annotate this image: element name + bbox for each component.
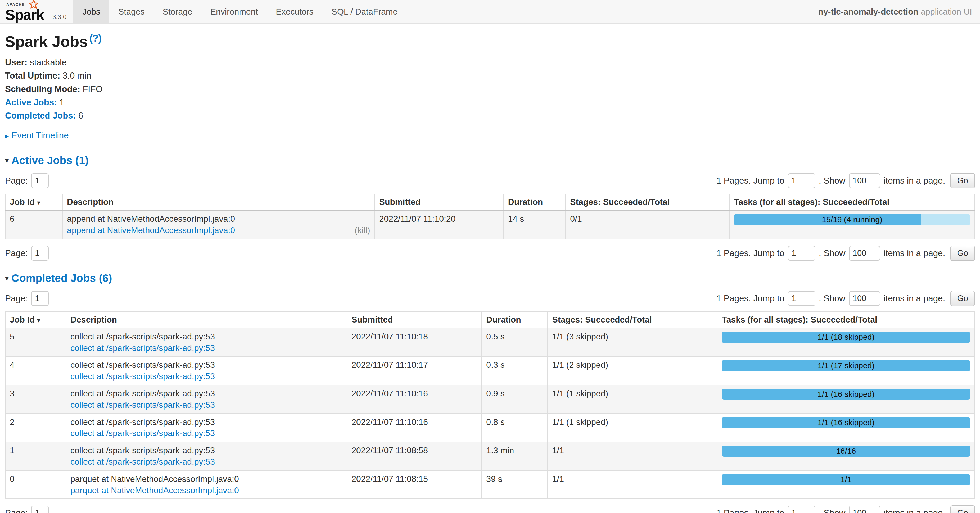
jump-to-page-input[interactable]	[788, 246, 815, 260]
go-button[interactable]: Go	[950, 246, 975, 261]
job-duration-cell: 1.3 min	[482, 442, 547, 470]
job-stages-cell: 1/1	[547, 470, 717, 499]
col-header-description[interactable]: Description	[62, 194, 374, 210]
job-description-link[interactable]: parquet at NativeMethodAccessorImpl.java…	[70, 486, 239, 495]
pages-jump-text: 1 Pages. Jump to	[716, 294, 784, 303]
jump-to-page-input[interactable]	[788, 506, 815, 513]
summary-active-jobs-link[interactable]: Active Jobs:	[5, 97, 57, 107]
job-duration-cell: 39 s	[482, 470, 547, 499]
job-description-text: append at NativeMethodAccessorImpl.java:…	[67, 214, 370, 224]
show-text: . Show	[819, 508, 846, 513]
col-header-label: Job Id	[10, 315, 35, 324]
show-text: . Show	[819, 176, 846, 186]
job-description-text: collect at /spark-scripts/spark-ad.py:53	[70, 389, 342, 399]
job-description-text: collect at /spark-scripts/spark-ad.py:53	[70, 332, 342, 341]
col-header-job-id[interactable]: Job Id ▾	[5, 194, 62, 210]
job-row: 5 collect at /spark-scripts/spark-ad.py:…	[5, 328, 975, 356]
completed-jobs-section-header[interactable]: ▾Completed Jobs (6)	[5, 272, 975, 284]
tasks-progress-bar: 1/1 (16 skipped)	[722, 389, 970, 400]
col-header-tasks[interactable]: Tasks (for all stages): Succeeded/Total	[717, 312, 975, 328]
job-submitted-cell: 2022/11/07 11:10:20	[375, 210, 504, 239]
col-header-duration[interactable]: Duration	[482, 312, 547, 328]
page-label: Page:	[5, 508, 28, 513]
job-description-link[interactable]: collect at /spark-scripts/spark-ad.py:53	[70, 457, 215, 467]
pages-jump-text: 1 Pages. Jump to	[716, 176, 784, 186]
pages-jump-text: 1 Pages. Jump to	[716, 248, 784, 258]
col-header-stages[interactable]: Stages: Succeeded/Total	[547, 312, 717, 328]
tasks-progress-bar: 1/1 (16 skipped)	[722, 417, 970, 428]
col-header-stages[interactable]: Stages: Succeeded/Total	[566, 194, 729, 210]
kill-link[interactable]: (kill)	[355, 226, 370, 235]
summary-completed-jobs: Completed Jobs:6	[5, 110, 975, 121]
nav-tab-jobs[interactable]: Jobs	[73, 0, 109, 23]
page-number-input[interactable]	[31, 173, 49, 188]
page-number-input[interactable]	[31, 506, 49, 513]
go-button[interactable]: Go	[950, 505, 975, 513]
application-title: ny-tlc-anomaly-detection application UI	[818, 7, 980, 17]
col-header-tasks[interactable]: Tasks (for all stages): Succeeded/Total	[729, 194, 975, 210]
col-header-submitted[interactable]: Submitted	[347, 312, 482, 328]
pagination-bar: Page: 1 Pages. Jump to . Show items in a…	[5, 291, 975, 306]
sort-desc-icon: ▾	[37, 199, 40, 206]
job-submitted-cell: 2022/11/07 11:08:58	[347, 442, 482, 470]
summary-user: User:stackable	[5, 57, 975, 68]
page-title-text: Spark Jobs	[5, 33, 88, 50]
items-per-page-input[interactable]	[849, 246, 880, 260]
table-header-row: Job Id ▾ Description Submitted Duration …	[5, 194, 975, 210]
nav-tab-storage[interactable]: Storage	[154, 0, 201, 23]
nav-tab-stages[interactable]: Stages	[109, 0, 154, 23]
job-description-cell: collect at /spark-scripts/spark-ad.py:53…	[66, 328, 347, 356]
tasks-progress-bar: 1/1 (18 skipped)	[722, 332, 970, 343]
go-button[interactable]: Go	[950, 291, 975, 306]
items-per-page-input[interactable]	[849, 506, 880, 513]
spark-logo-stack: APACHE Spark	[5, 0, 51, 23]
show-text: . Show	[819, 294, 846, 303]
event-timeline-label: Event Timeline	[11, 130, 68, 140]
col-header-job-id[interactable]: Job Id ▾	[5, 312, 66, 328]
event-timeline-toggle[interactable]: ▸Event Timeline	[5, 130, 975, 140]
summary-active-jobs-value: 1	[59, 97, 64, 107]
application-ui-suffix: application UI	[921, 7, 972, 16]
job-id-cell: 6	[5, 210, 62, 239]
job-stages-cell: 1/1 (1 skipped)	[547, 413, 717, 442]
job-row: 4 collect at /spark-scripts/spark-ad.py:…	[5, 356, 975, 385]
nav-tab-environment[interactable]: Environment	[201, 0, 267, 23]
job-description-link[interactable]: collect at /spark-scripts/spark-ad.py:53	[70, 372, 215, 381]
summary-scheduling-value: FIFO	[83, 84, 102, 94]
progress-label: 1/1 (16 skipped)	[722, 389, 970, 400]
spark-logo[interactable]: APACHE Spark 3.3.0	[0, 0, 70, 23]
job-description-link[interactable]: collect at /spark-scripts/spark-ad.py:53	[70, 343, 215, 353]
items-per-page-input[interactable]	[849, 291, 880, 306]
jump-to-page-input[interactable]	[788, 291, 815, 306]
col-header-description[interactable]: Description	[66, 312, 347, 328]
job-id-cell: 4	[5, 356, 66, 385]
col-header-submitted[interactable]: Submitted	[375, 194, 504, 210]
job-description-cell: append at NativeMethodAccessorImpl.java:…	[62, 210, 374, 239]
summary-completed-jobs-link[interactable]: Completed Jobs:	[5, 111, 76, 121]
job-duration-cell: 0.8 s	[482, 413, 547, 442]
job-row: 2 collect at /spark-scripts/spark-ad.py:…	[5, 413, 975, 442]
jump-to-page-input[interactable]	[788, 173, 815, 188]
job-description-link[interactable]: append at NativeMethodAccessorImpl.java:…	[67, 226, 235, 235]
job-stages-cell: 1/1	[547, 442, 717, 470]
nav-tab-executors[interactable]: Executors	[267, 0, 322, 23]
expand-arrow-icon: ▸	[5, 132, 9, 140]
active-jobs-title: Active Jobs (1)	[11, 154, 89, 167]
items-per-page-input[interactable]	[849, 173, 880, 188]
progress-label: 1/1 (17 skipped)	[722, 360, 970, 371]
job-description-link[interactable]: collect at /spark-scripts/spark-ad.py:53	[70, 400, 215, 410]
page-title: Spark Jobs(?)	[5, 33, 975, 51]
job-id-cell: 2	[5, 413, 66, 442]
page-number-input[interactable]	[31, 291, 49, 306]
page-number-input[interactable]	[31, 246, 49, 260]
go-button[interactable]: Go	[950, 173, 975, 188]
col-header-duration[interactable]: Duration	[504, 194, 566, 210]
job-submitted-cell: 2022/11/07 11:08:15	[347, 470, 482, 499]
application-name: ny-tlc-anomaly-detection	[818, 7, 919, 16]
help-link[interactable]: (?)	[89, 33, 102, 44]
collapse-arrow-icon: ▾	[5, 274, 9, 282]
active-jobs-section-header[interactable]: ▾Active Jobs (1)	[5, 154, 975, 167]
job-description-link[interactable]: collect at /spark-scripts/spark-ad.py:53	[70, 428, 215, 438]
job-id-cell: 1	[5, 442, 66, 470]
nav-tab-sql-dataframe[interactable]: SQL / DataFrame	[323, 0, 407, 23]
